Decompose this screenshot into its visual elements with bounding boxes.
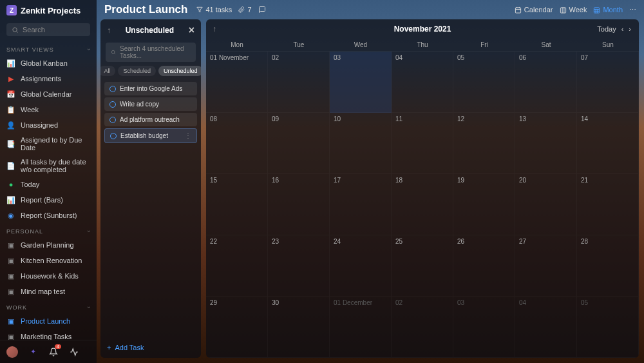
sidebar-item-smartview[interactable]: 📋Week <box>0 102 97 117</box>
day-header: Thu <box>392 39 453 51</box>
sidebar-item-label: Product Launch <box>21 317 70 325</box>
sidebar-item-label: Garden Planning <box>21 241 74 249</box>
activity-icon[interactable] <box>68 346 80 358</box>
calendar-cell[interactable]: 07 <box>577 52 639 113</box>
prev-month-icon[interactable]: ‹ <box>621 25 624 33</box>
calendar-collapse-icon[interactable]: ↑ <box>213 25 216 34</box>
sidebar-item-smartview[interactable]: ◉Report (Sunburst) <box>0 208 97 223</box>
next-month-icon[interactable]: › <box>629 25 631 33</box>
task-item[interactable]: Ad platform outreach <box>104 113 197 126</box>
content: ↑ Unscheduled × Search 4 unscheduled Tas… <box>97 19 644 363</box>
notifications-icon[interactable]: 4 <box>48 346 59 358</box>
unscheduled-panel: ↑ Unscheduled × Search 4 unscheduled Tas… <box>100 19 201 358</box>
sidebar-item-project[interactable]: ▣Product Launch <box>0 313 97 329</box>
section-work[interactable]: WORK › <box>0 299 97 313</box>
calendar-cell[interactable]: 04 <box>515 297 577 358</box>
calendar-cell[interactable]: 13 <box>515 113 577 174</box>
attachments-meta[interactable]: 7 <box>238 6 251 14</box>
calendar-cell[interactable]: 18 <box>392 174 453 235</box>
sidebar-item-smartview[interactable]: 📊Report (Bars) <box>0 192 97 208</box>
view-calendar[interactable]: Calendar <box>515 6 553 14</box>
calendar-cell[interactable]: 17 <box>330 174 392 235</box>
calendar-cell[interactable]: 15 <box>206 174 268 235</box>
filter-unscheduled[interactable]: Unscheduled <box>158 66 201 76</box>
calendar-cell[interactable]: 21 <box>577 174 639 235</box>
calendar-cell[interactable]: 01 December <box>330 297 392 358</box>
task-item[interactable]: Write ad copy <box>104 97 197 111</box>
calendar-cell[interactable]: 16 <box>268 174 330 235</box>
sidebar-item-smartview[interactable]: 📑Assigned to by Due Date <box>0 133 97 155</box>
close-icon[interactable]: × <box>189 25 194 36</box>
sidebar-item-project[interactable]: ▣Garden Planning <box>0 237 97 253</box>
sidebar-item-project[interactable]: ▣Housework & Kids <box>0 268 97 284</box>
calendar-cell[interactable]: 19 <box>453 174 515 235</box>
calendar-cell[interactable]: 27 <box>515 235 577 297</box>
sidebar-item-project[interactable]: ▣Kitchen Renovation <box>0 253 97 268</box>
sidebar-item-smartview[interactable]: ●Today <box>0 177 97 192</box>
calendar-cell[interactable]: 26 <box>453 235 515 297</box>
sidebar-item-label: Kitchen Renovation <box>21 257 82 264</box>
calendar-cell[interactable]: 06 <box>515 52 577 113</box>
task-status-icon[interactable] <box>110 133 117 139</box>
sidebar-item-smartview[interactable]: ▶Assignments <box>0 71 97 86</box>
section-personal[interactable]: PERSONAL › <box>0 223 97 237</box>
calendar-cell[interactable]: 08 <box>206 113 268 174</box>
calendar-cell[interactable]: 01 November <box>206 52 268 113</box>
filter-all[interactable]: All <box>100 66 115 76</box>
calendar-cell[interactable]: 29 <box>206 297 268 358</box>
calendar-cell[interactable]: 03 <box>453 297 515 358</box>
view-icon: 👤 <box>6 121 15 130</box>
sidebar-item-project[interactable]: ▣Marketing Tasks <box>0 329 97 340</box>
sidebar-item-label: Housework & Kids <box>21 272 79 280</box>
task-item[interactable]: Establish budget⋮ <box>104 128 197 143</box>
calendar-cell[interactable]: 14 <box>577 113 639 174</box>
calendar-cell[interactable]: 25 <box>392 235 453 297</box>
comments-icon[interactable] <box>258 6 266 14</box>
calendar-cell[interactable]: 28 <box>577 235 639 297</box>
calendar-cell[interactable]: 20 <box>515 174 577 235</box>
task-more-icon[interactable]: ⋮ <box>185 132 191 139</box>
section-smart-views[interactable]: SMART VIEWS › <box>0 41 97 55</box>
project-icon: ▣ <box>6 287 15 296</box>
collapse-icon[interactable]: ↑ <box>107 26 111 35</box>
calendar-cell[interactable]: 09 <box>268 113 330 174</box>
calendar-cell[interactable]: 04 <box>392 52 453 113</box>
filter-scheduled[interactable]: Scheduled <box>118 66 156 76</box>
calendar-grid[interactable]: 01 November02030405060708091011121314151… <box>206 52 639 358</box>
avatar[interactable] <box>6 346 18 358</box>
sidebar-item-smartview[interactable]: 📄All tasks by due date w/o completed <box>0 155 97 177</box>
chevron-down-icon: › <box>86 48 92 51</box>
task-status-icon[interactable] <box>109 117 116 123</box>
day-header: Sat <box>515 39 577 51</box>
more-icon[interactable]: ⋯ <box>629 6 636 14</box>
sidebar-item-smartview[interactable]: 📊Global Kanban <box>0 55 97 71</box>
calendar-cell[interactable]: 23 <box>268 235 330 297</box>
sidebar-item-smartview[interactable]: 👤Unassigned <box>0 117 97 133</box>
calendar-cell[interactable]: 03 <box>330 52 392 113</box>
calendar-cell[interactable]: 02 <box>268 52 330 113</box>
calendar-cell[interactable]: 10 <box>330 113 392 174</box>
calendar-cell[interactable]: 05 <box>577 297 639 358</box>
task-status-icon[interactable] <box>109 101 116 108</box>
calendar-cell[interactable]: 02 <box>392 297 453 358</box>
view-month[interactable]: Month <box>593 6 623 14</box>
task-item[interactable]: Enter into Google Ads <box>104 82 197 95</box>
calendar-cell[interactable]: 24 <box>330 235 392 297</box>
sidebar-item-project[interactable]: ▣Mind map test <box>0 284 97 299</box>
global-search[interactable]: Search <box>6 23 90 36</box>
apps-icon[interactable]: ✦ <box>27 346 39 358</box>
view-icon: ● <box>6 180 15 189</box>
add-task-button[interactable]: + Add Task <box>100 337 201 358</box>
view-week[interactable]: Week <box>560 6 587 14</box>
filter-tasks[interactable]: 41 tasks <box>196 6 232 14</box>
calendar-cell[interactable]: 30 <box>268 297 330 358</box>
sidebar-item-smartview[interactable]: 📅Global Calendar <box>0 86 97 102</box>
calendar-cell[interactable]: 11 <box>392 113 453 174</box>
calendar-cell[interactable]: 12 <box>453 113 515 174</box>
task-status-icon[interactable] <box>109 86 116 92</box>
today-button[interactable]: Today <box>597 25 616 33</box>
calendar-cell[interactable]: 22 <box>206 235 268 297</box>
calendar-cell[interactable]: 05 <box>453 52 515 113</box>
unscheduled-search[interactable]: Search 4 unscheduled Tasks... <box>106 43 196 62</box>
view-icon: 📋 <box>6 105 15 114</box>
